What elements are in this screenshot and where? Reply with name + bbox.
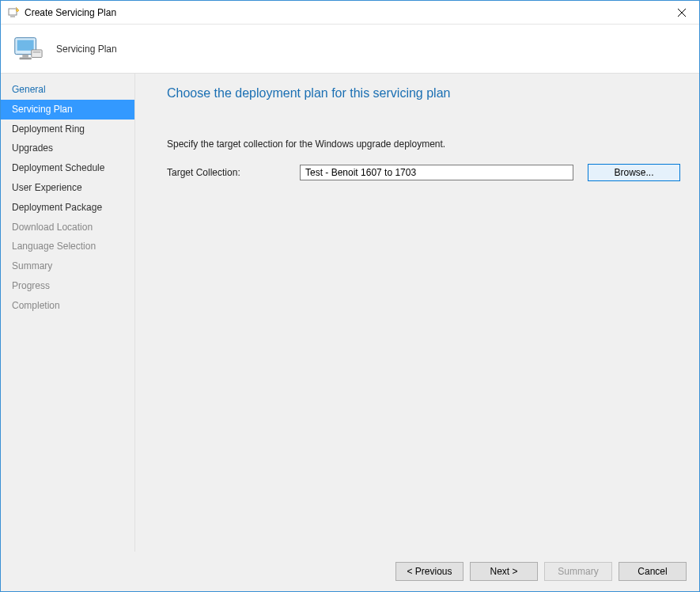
sidebar-item-upgrades[interactable]: Upgrades	[1, 139, 134, 158]
sidebar-item-servicing-plan[interactable]: Servicing Plan	[1, 100, 134, 120]
titlebar: Create Servicing Plan	[1, 1, 699, 25]
header-band: Servicing Plan	[1, 25, 699, 74]
browse-button[interactable]: Browse...	[588, 164, 680, 181]
summary-button: Summary	[544, 562, 612, 581]
sidebar-item-completion: Completion	[1, 296, 134, 316]
svg-rect-8	[32, 49, 42, 57]
target-collection-row: Target Collection: Browse...	[167, 164, 680, 181]
previous-button[interactable]: < Previous	[395, 562, 464, 581]
svg-rect-0	[9, 9, 17, 15]
close-button[interactable]	[664, 1, 699, 24]
next-button[interactable]: Next >	[470, 562, 538, 581]
sidebar-item-user-experience[interactable]: User Experience	[1, 178, 134, 198]
sidebar-item-download-location: Download Location	[1, 218, 134, 237]
target-collection-label: Target Collection:	[167, 167, 293, 178]
svg-rect-7	[20, 57, 32, 59]
instruction-text: Specify the target collection for the Wi…	[167, 139, 680, 150]
svg-rect-6	[22, 54, 28, 57]
footer: < Previous Next > Summary Cancel	[1, 552, 699, 591]
wizard-body: General Servicing Plan Deployment Ring U…	[1, 74, 699, 552]
svg-rect-1	[10, 16, 15, 17]
wizard-icon	[12, 33, 44, 65]
page-heading: Choose the deployment plan for this serv…	[167, 86, 680, 101]
sidebar-item-summary: Summary	[1, 256, 134, 276]
wizard-window: Create Servicing Plan Servicing Plan Gen…	[0, 0, 700, 592]
cancel-button[interactable]: Cancel	[619, 562, 687, 581]
sidebar-item-general[interactable]: General	[1, 80, 134, 100]
svg-rect-5	[17, 40, 34, 50]
header-title: Servicing Plan	[56, 44, 117, 55]
sidebar-item-deployment-schedule[interactable]: Deployment Schedule	[1, 158, 134, 178]
sidebar: General Servicing Plan Deployment Ring U…	[1, 74, 135, 552]
sidebar-item-deployment-package[interactable]: Deployment Package	[1, 198, 134, 218]
window-title: Create Servicing Plan	[25, 7, 116, 18]
main-panel: Choose the deployment plan for this serv…	[135, 74, 699, 552]
sidebar-item-deployment-ring[interactable]: Deployment Ring	[1, 120, 134, 139]
app-icon	[7, 6, 20, 19]
sidebar-item-language-selection: Language Selection	[1, 237, 134, 256]
svg-rect-9	[33, 51, 41, 52]
target-collection-input[interactable]	[300, 165, 573, 180]
sidebar-item-progress: Progress	[1, 276, 134, 296]
